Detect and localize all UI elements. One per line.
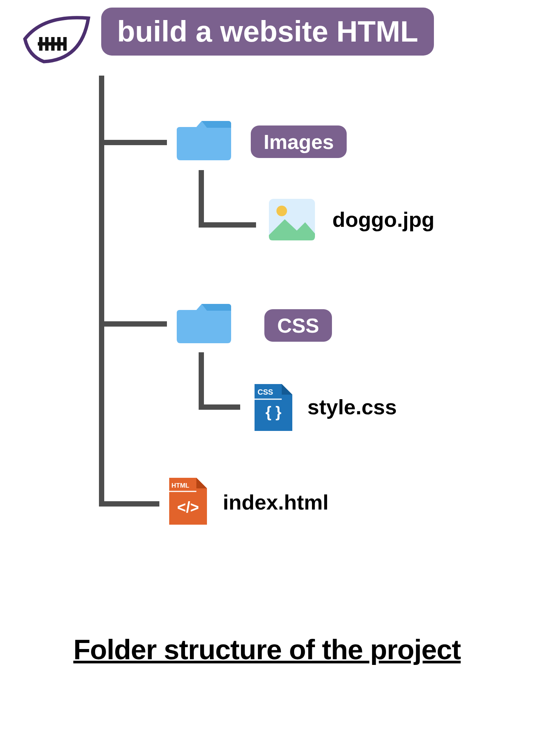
tree-branch-images [99, 140, 167, 145]
file-label-style: style.css [307, 395, 397, 419]
tree-sub-v-css [199, 352, 204, 410]
folder-icon-images [174, 116, 231, 162]
html-file-icon: HTML </> [168, 476, 208, 526]
image-file-icon [267, 197, 316, 242]
folder-label-css: CSS [264, 309, 332, 342]
file-label-doggo: doggo.jpg [332, 207, 435, 232]
folder-icon-css [174, 299, 231, 345]
file-label-index: index.html [223, 490, 329, 514]
svg-point-7 [276, 206, 287, 216]
svg-text:{ }: { } [265, 404, 281, 420]
logo-football-icon [21, 14, 92, 64]
folder-label-images: Images [251, 125, 347, 158]
svg-text:CSS: CSS [258, 388, 273, 396]
diagram-caption: Folder structure of the project [0, 634, 534, 666]
svg-text:HTML: HTML [171, 482, 189, 489]
css-file-icon: CSS { } [253, 383, 294, 432]
tree-branch-css [99, 321, 167, 327]
tree-sub-h-images [199, 222, 256, 228]
tree-branch-index [99, 501, 159, 507]
tree-sub-v-images [199, 170, 204, 228]
svg-text:</>: </> [177, 499, 199, 516]
root-title-badge: build a website HTML [101, 8, 434, 56]
tree-sub-h-css [199, 404, 240, 410]
